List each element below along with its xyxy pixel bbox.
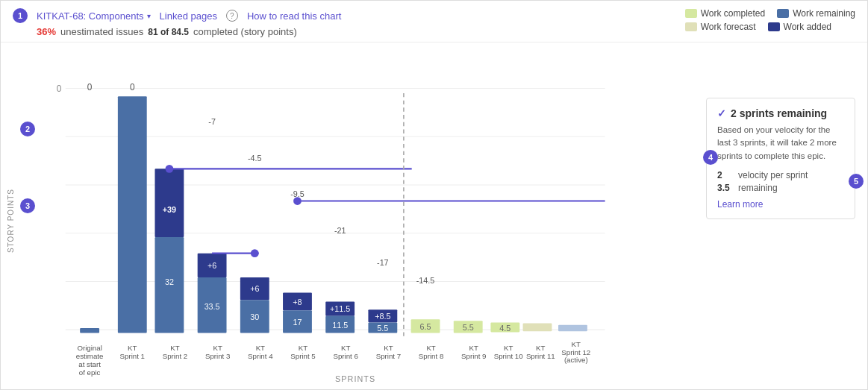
step-badge-1: 1	[13, 8, 28, 23]
help-icon[interactable]: ?	[226, 10, 238, 22]
caret-icon: ▾	[147, 12, 151, 20]
check-icon: ✓	[717, 107, 726, 119]
svg-text:+6: +6	[207, 261, 216, 270]
svg-text:5.5: 5.5	[463, 323, 474, 332]
epic-title[interactable]: KITKAT-68: Components ▾	[37, 10, 151, 22]
svg-text:+8.5: +8.5	[375, 312, 390, 321]
annotation-2: 2	[20, 122, 35, 136]
svg-text:KT: KT	[384, 344, 393, 352]
svg-text:(active): (active)	[564, 356, 588, 364]
svg-rect-41	[155, 169, 184, 237]
svg-text:Sprint 1: Sprint 1	[120, 352, 145, 360]
svg-text:0: 0	[87, 82, 93, 92]
svg-text:Sprint 5: Sprint 5	[290, 352, 315, 360]
main-container: 1 KITKAT-68: Components ▾ Linked pages ?…	[0, 0, 868, 390]
svg-text:Sprint 8: Sprint 8	[419, 352, 443, 360]
svg-point-80	[166, 165, 174, 173]
svg-text:Sprint 3: Sprint 3	[205, 352, 230, 360]
legend-work-forecast: Work forecast	[685, 22, 756, 32]
svg-text:KT: KT	[426, 344, 435, 352]
work-forecast-label: Work forecast	[701, 22, 756, 32]
svg-point-84	[293, 197, 302, 205]
svg-text:32: 32	[165, 277, 174, 286]
svg-text:-14.5: -14.5	[416, 276, 435, 285]
svg-text:Sprint 6: Sprint 6	[333, 352, 357, 360]
info-box-title-text: 2 sprints remaining	[731, 107, 827, 119]
svg-text:estimate: estimate	[76, 352, 104, 360]
work-added-label: Work added	[784, 22, 831, 32]
svg-text:+8: +8	[293, 298, 302, 306]
svg-text:33.5: 33.5	[204, 302, 220, 311]
svg-text:0: 0	[130, 82, 135, 92]
svg-text:+11.5: +11.5	[330, 304, 350, 313]
svg-text:Sprint 9: Sprint 9	[461, 352, 486, 360]
svg-text:Original: Original	[77, 344, 102, 352]
svg-text:Sprint 2: Sprint 2	[163, 352, 187, 360]
annotation-4: 4	[703, 150, 718, 165]
completed-value: 81 of 84.5	[148, 27, 189, 37]
remaining-num: 3.5	[717, 183, 732, 193]
learn-more-link[interactable]: Learn more	[717, 199, 844, 210]
how-to-link[interactable]: How to read this chart	[247, 10, 341, 22]
linked-pages-link[interactable]: Linked pages	[160, 10, 217, 22]
svg-text:KT: KT	[572, 340, 581, 348]
unestimated-pct: 36%	[37, 26, 56, 37]
svg-rect-77	[523, 324, 552, 332]
svg-text:-17: -17	[377, 258, 389, 267]
svg-text:+6: +6	[250, 284, 259, 293]
info-box-title: ✓ 2 sprints remaining	[717, 107, 844, 119]
legend: Work completed Work remaining Work forec…	[685, 8, 855, 32]
svg-text:17: 17	[293, 318, 302, 327]
svg-text:-4.5: -4.5	[248, 154, 262, 163]
svg-text:Sprint 10: Sprint 10	[494, 352, 523, 360]
legend-row-1: Work completed Work remaining	[685, 8, 855, 19]
svg-text:KT: KT	[469, 344, 478, 352]
svg-rect-40	[118, 96, 147, 333]
svg-text:4.5: 4.5	[499, 324, 511, 333]
svg-rect-78	[558, 325, 587, 332]
svg-text:5.5: 5.5	[377, 324, 388, 333]
velocity-num: 2	[717, 170, 732, 180]
svg-text:11.5: 11.5	[332, 321, 348, 330]
svg-text:Sprint 7: Sprint 7	[376, 352, 401, 360]
velocity-lbl: velocity per sprint	[738, 170, 808, 180]
work-remaining-label: Work remaining	[793, 8, 855, 19]
info-box: ✓ 2 sprints remaining Based on your velo…	[706, 98, 855, 219]
svg-text:KT: KT	[170, 344, 179, 352]
svg-text:KT: KT	[536, 344, 545, 352]
svg-text:KT: KT	[299, 344, 307, 352]
annotation-3: 3	[20, 198, 35, 213]
remaining-lbl: remaining	[738, 183, 778, 193]
svg-text:Sprint 11: Sprint 11	[526, 352, 555, 360]
svg-text:at start: at start	[78, 360, 101, 368]
info-box-desc: Based on your velocity for the last 3 sp…	[717, 124, 844, 163]
svg-text:+39: +39	[163, 205, 176, 214]
work-completed-swatch	[685, 9, 697, 18]
chart-svg: 0 0 0 Original estimate at start of epic…	[17, 53, 629, 389]
work-added-swatch	[768, 22, 780, 31]
work-forecast-swatch	[685, 22, 697, 31]
legend-row-2: Work forecast Work added	[685, 22, 855, 32]
svg-text:0: 0	[57, 84, 62, 94]
svg-text:Sprint 12: Sprint 12	[561, 348, 590, 356]
y-axis-label: STORY POINTS	[4, 53, 17, 389]
svg-text:KT: KT	[504, 344, 513, 352]
svg-text:Sprint 4: Sprint 4	[248, 352, 273, 360]
svg-text:KT: KT	[128, 344, 137, 352]
epic-title-text: KITKAT-68: Components	[37, 10, 144, 22]
svg-text:of epic: of epic	[79, 368, 101, 377]
legend-work-added: Work added	[768, 22, 831, 32]
annotation-5: 5	[849, 174, 864, 189]
svg-text:30: 30	[250, 312, 259, 321]
legend-work-remaining: Work remaining	[777, 8, 855, 19]
unestimated-text: unestimated issues	[60, 26, 143, 37]
svg-text:KT: KT	[213, 344, 222, 352]
svg-text:SPRINTS: SPRINTS	[335, 374, 375, 383]
work-remaining-swatch	[777, 9, 789, 18]
svg-text:6.5: 6.5	[420, 322, 431, 331]
svg-text:-7: -7	[208, 117, 216, 126]
svg-text:KT: KT	[341, 344, 350, 352]
svg-rect-39	[80, 328, 99, 333]
info-stat-remaining: 3.5 remaining	[717, 183, 844, 193]
svg-point-82	[251, 249, 259, 257]
